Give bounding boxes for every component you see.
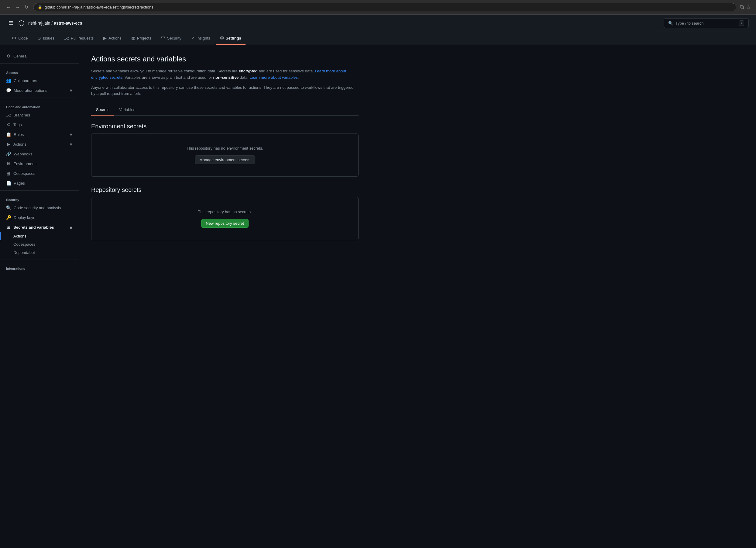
sidebar-divider-4 [0, 259, 79, 259]
sidebar-item-codespaces[interactable]: ▦ Codespaces [0, 168, 79, 178]
sidebar-item-branches[interactable]: ⎇ Branches [0, 110, 79, 120]
cast-button[interactable]: ⧉ [740, 4, 744, 11]
repo-secrets-empty-state: This repository has no secrets. New repo… [91, 197, 358, 240]
people-icon: 👥 [6, 78, 11, 83]
sidebar-item-moderation[interactable]: 💬 Moderation options ∨ [0, 85, 79, 95]
main-content: Actions secrets and variables Secrets an… [79, 45, 371, 548]
description-para-2: Anyone with collaborator access to this … [91, 84, 359, 97]
repo-secrets-title: Repository secrets [91, 186, 359, 193]
chevron-down-icon: ∨ [70, 88, 73, 93]
chevron-up-icon: ∧ [70, 225, 73, 229]
sidebar-item-environments[interactable]: 🖥 Environments [0, 159, 79, 168]
back-button[interactable]: ← [5, 4, 12, 11]
github-header: ☰ ⬡ rishi-raj-jain / astro-aws-ecs 🔍 Typ… [0, 15, 756, 32]
webhooks-icon: 🔗 [6, 151, 11, 156]
actions-icon: ▶ [103, 36, 107, 40]
chevron-down-icon-rules: ∨ [70, 132, 73, 137]
environments-icon: 🖥 [6, 161, 11, 166]
hamburger-button[interactable]: ☰ [7, 19, 15, 28]
sidebar-item-tags[interactable]: 🏷 Tags [0, 120, 79, 129]
chevron-down-icon-actions: ∨ [70, 142, 73, 146]
sidebar-item-deploy-keys[interactable]: 🔑 Deploy keys [0, 212, 79, 222]
branch-icon: ⎇ [6, 112, 11, 117]
description-para-1: Secrets and variables allow you to manag… [91, 68, 359, 81]
repo-secrets-box: This repository has no secrets. New repo… [91, 197, 359, 240]
new-repository-secret-button[interactable]: New repository secret [201, 219, 249, 228]
tab-security[interactable]: 🛡 Security [157, 32, 186, 45]
bookmark-button[interactable]: ☆ [746, 4, 751, 11]
url-text: github.com/rishi-raj-jain/astro-aws-ecs/… [45, 5, 153, 9]
play-icon: ▶ [6, 142, 11, 146]
breadcrumb-repo[interactable]: astro-aws-ecs [54, 21, 82, 26]
main-layout: ⚙ General Access 👥 Collaborators 💬 Moder… [0, 45, 756, 548]
browser-action-buttons: ⧉ ☆ [740, 4, 751, 11]
url-bar[interactable]: 🔒 github.com/rishi-raj-jain/astro-aws-ec… [33, 3, 736, 11]
sidebar-item-code-security[interactable]: 🔍 Code security and analysis [0, 203, 79, 212]
breadcrumb-user[interactable]: rishi-raj-jain [28, 21, 50, 26]
browser-chrome: ← → ↻ 🔒 github.com/rishi-raj-jain/astro-… [0, 0, 756, 15]
code-security-icon: 🔍 [6, 205, 11, 210]
insights-icon: ↗ [191, 36, 195, 40]
tab-settings[interactable]: ⚙ Settings [216, 32, 246, 45]
pr-icon: ⎇ [64, 36, 69, 40]
sidebar-sub-item-dependabot[interactable]: Dependabot [0, 248, 79, 257]
link-variables[interactable]: Learn more about variables [249, 75, 297, 80]
sidebar-code-automation-label: Code and automation [0, 100, 79, 110]
forward-button[interactable]: → [14, 4, 21, 11]
search-icon: 🔍 [668, 21, 673, 26]
repo-nav: <> Code ⊙ Issues ⎇ Pull requests ▶ Actio… [0, 32, 756, 45]
rules-icon: 📋 [6, 132, 11, 137]
breadcrumb-separator: / [51, 21, 53, 26]
tab-pull-requests[interactable]: ⎇ Pull requests [60, 32, 98, 45]
sidebar-integrations-label: Integrations [0, 262, 79, 271]
secrets-icon: ⊞ [6, 225, 11, 229]
manage-env-secrets-button[interactable]: Manage environment secrets [195, 155, 255, 164]
issues-icon: ⊙ [37, 36, 41, 40]
sidebar-divider-2 [0, 98, 79, 98]
tag-icon: 🏷 [6, 122, 11, 127]
sidebar-sub-item-actions[interactable]: Actions [0, 232, 79, 240]
search-shortcut-kbd: / [739, 20, 744, 26]
settings-icon: ⚙ [220, 36, 224, 40]
repo-secrets-empty-text: This repository has no secrets. [198, 209, 252, 214]
sidebar-item-secrets-variables[interactable]: ⊞ Secrets and variables ∧ [0, 222, 79, 232]
sidebar-divider-3 [0, 190, 79, 191]
search-bar[interactable]: 🔍 Type / to search / [664, 18, 749, 28]
lock-icon: 🔒 [38, 5, 42, 9]
sidebar-item-actions[interactable]: ▶ Actions ∨ [0, 139, 79, 149]
browser-nav-buttons: ← → ↻ [5, 4, 29, 11]
breadcrumb: rishi-raj-jain / astro-aws-ecs [28, 21, 82, 26]
content-tabs: Secrets Variables [91, 104, 359, 115]
tab-actions[interactable]: ▶ Actions [99, 32, 126, 45]
page-title: Actions secrets and variables [91, 55, 359, 63]
tab-projects[interactable]: ▦ Projects [127, 32, 156, 45]
sidebar-item-pages[interactable]: 📄 Pages [0, 178, 79, 188]
gear-icon: ⚙ [6, 53, 11, 58]
sidebar-item-collaborators[interactable]: 👥 Collaborators [0, 76, 79, 85]
pages-icon: 📄 [6, 181, 11, 185]
sidebar-item-rules[interactable]: 📋 Rules ∨ [0, 129, 79, 139]
sidebar: ⚙ General Access 👥 Collaborators 💬 Moder… [0, 45, 79, 548]
tab-secrets[interactable]: Secrets [91, 104, 114, 115]
moderation-icon: 💬 [6, 88, 11, 93]
search-placeholder: Type / to search [675, 21, 704, 26]
tab-issues[interactable]: ⊙ Issues [33, 32, 59, 45]
sidebar-item-webhooks[interactable]: 🔗 Webhooks [0, 149, 79, 159]
tab-code[interactable]: <> Code [7, 32, 32, 45]
refresh-button[interactable]: ↻ [23, 4, 29, 11]
header-left: ☰ ⬡ rishi-raj-jain / astro-aws-ecs [7, 19, 82, 28]
code-icon: <> [12, 36, 16, 40]
env-secrets-empty-state: This repository has no environment secre… [91, 134, 358, 176]
key-icon: 🔑 [6, 215, 11, 220]
security-icon: 🛡 [161, 36, 165, 40]
projects-icon: ▦ [131, 36, 135, 40]
sidebar-security-label: Security [0, 193, 79, 203]
sidebar-item-general[interactable]: ⚙ General [0, 51, 79, 61]
sidebar-sub-item-codespaces[interactable]: Codespaces [0, 240, 79, 248]
tab-variables[interactable]: Variables [114, 104, 140, 115]
env-secrets-title: Environment secrets [91, 123, 359, 130]
env-secrets-empty-text: This repository has no environment secre… [187, 146, 263, 150]
github-logo[interactable]: ⬡ [18, 19, 25, 27]
tab-insights[interactable]: ↗ Insights [187, 32, 215, 45]
codespaces-icon: ▦ [6, 171, 11, 176]
